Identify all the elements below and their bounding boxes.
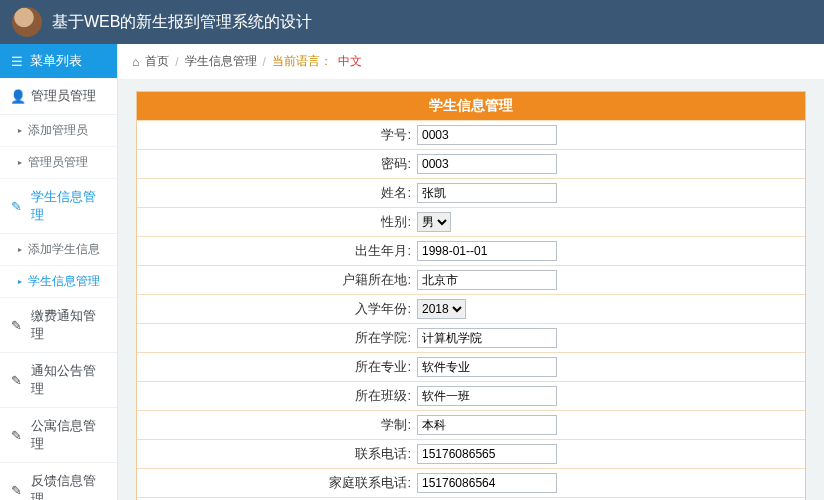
caret-icon: ▸ bbox=[18, 127, 22, 135]
label-class: 所在班级: bbox=[137, 387, 417, 405]
input-name[interactable] bbox=[417, 183, 557, 203]
label-gender: 性别: bbox=[137, 213, 417, 231]
input-major[interactable] bbox=[417, 357, 557, 377]
avatar bbox=[12, 7, 42, 37]
sidebar-sub-manage-student[interactable]: ▸ 学生信息管理 bbox=[0, 266, 117, 298]
input-edu[interactable] bbox=[417, 415, 557, 435]
sidebar-item-label: 公寓信息管理 bbox=[31, 417, 107, 453]
label-home-phone: 家庭联系电话: bbox=[137, 474, 417, 492]
label-enroll-year: 入学年份: bbox=[137, 300, 417, 318]
sidebar-sub-label: 添加学生信息 bbox=[28, 241, 100, 258]
sidebar-sub-add-admin[interactable]: ▸ 添加管理员 bbox=[0, 115, 117, 147]
app-header: 基于WEB的新生报到管理系统的设计 bbox=[0, 0, 824, 44]
input-phone[interactable] bbox=[417, 444, 557, 464]
sidebar-item-dorm[interactable]: ✎ 公寓信息管理 bbox=[0, 408, 117, 463]
sidebar-sub-label: 学生信息管理 bbox=[28, 273, 100, 290]
select-enroll-year[interactable]: 2018 bbox=[417, 299, 466, 319]
breadcrumb: ⌂ 首页 / 学生信息管理 / 当前语言： 中文 bbox=[118, 44, 824, 79]
sidebar-item-fee[interactable]: ✎ 缴费通知管理 bbox=[0, 298, 117, 353]
sidebar-item-label: 学生信息管理 bbox=[31, 188, 107, 224]
crumb-sep: / bbox=[175, 55, 178, 69]
user-icon: 👤 bbox=[10, 89, 24, 104]
input-college[interactable] bbox=[417, 328, 557, 348]
sidebar-item-notice[interactable]: ✎ 通知公告管理 bbox=[0, 353, 117, 408]
sidebar-item-label: 通知公告管理 bbox=[31, 362, 107, 398]
select-gender[interactable]: 男 bbox=[417, 212, 451, 232]
label-hukou: 户籍所在地: bbox=[137, 271, 417, 289]
label-phone: 联系电话: bbox=[137, 445, 417, 463]
sidebar-sub-label: 管理员管理 bbox=[28, 154, 88, 171]
sidebar-item-label: 管理员管理 bbox=[31, 87, 96, 105]
sidebar-sub-label: 添加管理员 bbox=[28, 122, 88, 139]
caret-icon: ▸ bbox=[18, 246, 22, 254]
sidebar-item-label: 缴费通知管理 bbox=[31, 307, 107, 343]
crumb-sep: / bbox=[263, 55, 266, 69]
sidebar-header: ☰ 菜单列表 bbox=[0, 44, 117, 78]
sidebar: ☰ 菜单列表 👤 管理员管理 ▸ 添加管理员 ▸ 管理员管理 ✎ 学生信息管理 … bbox=[0, 44, 118, 500]
caret-icon: ▸ bbox=[18, 278, 22, 286]
input-password[interactable] bbox=[417, 154, 557, 174]
input-home-phone[interactable] bbox=[417, 473, 557, 493]
sidebar-header-label: 菜单列表 bbox=[30, 52, 82, 70]
sidebar-item-admin[interactable]: 👤 管理员管理 bbox=[0, 78, 117, 115]
form-panel: 学生信息管理 学号: 密码: 姓名: 性别:男 出生年月: 户籍所在地: 入学年… bbox=[136, 91, 806, 500]
label-name: 姓名: bbox=[137, 184, 417, 202]
menu-icon: ☰ bbox=[10, 54, 24, 69]
sidebar-item-feedback[interactable]: ✎ 反馈信息管理 bbox=[0, 463, 117, 500]
crumb-lang-label: 当前语言： bbox=[272, 53, 332, 70]
input-student-id[interactable] bbox=[417, 125, 557, 145]
edit-icon: ✎ bbox=[10, 318, 24, 333]
edit-icon: ✎ bbox=[10, 428, 24, 443]
label-edu: 学制: bbox=[137, 416, 417, 434]
label-birth: 出生年月: bbox=[137, 242, 417, 260]
caret-icon: ▸ bbox=[18, 159, 22, 167]
sidebar-item-label: 反馈信息管理 bbox=[31, 472, 107, 500]
input-birth[interactable] bbox=[417, 241, 557, 261]
sidebar-sub-add-student[interactable]: ▸ 添加学生信息 bbox=[0, 234, 117, 266]
home-icon: ⌂ bbox=[132, 55, 139, 69]
label-password: 密码: bbox=[137, 155, 417, 173]
sidebar-sub-manage-admin[interactable]: ▸ 管理员管理 bbox=[0, 147, 117, 179]
panel-title: 学生信息管理 bbox=[137, 92, 805, 120]
label-student-id: 学号: bbox=[137, 126, 417, 144]
label-major: 所在专业: bbox=[137, 358, 417, 376]
crumb-home[interactable]: 首页 bbox=[145, 53, 169, 70]
sidebar-item-student[interactable]: ✎ 学生信息管理 bbox=[0, 179, 117, 234]
edit-icon: ✎ bbox=[10, 199, 24, 214]
label-college: 所在学院: bbox=[137, 329, 417, 347]
input-class[interactable] bbox=[417, 386, 557, 406]
input-hukou[interactable] bbox=[417, 270, 557, 290]
main-content: ⌂ 首页 / 学生信息管理 / 当前语言： 中文 学生信息管理 学号: 密码: … bbox=[118, 44, 824, 500]
crumb-section[interactable]: 学生信息管理 bbox=[185, 53, 257, 70]
crumb-lang-value[interactable]: 中文 bbox=[338, 53, 362, 70]
edit-icon: ✎ bbox=[10, 483, 24, 498]
edit-icon: ✎ bbox=[10, 373, 24, 388]
app-title: 基于WEB的新生报到管理系统的设计 bbox=[52, 12, 312, 33]
